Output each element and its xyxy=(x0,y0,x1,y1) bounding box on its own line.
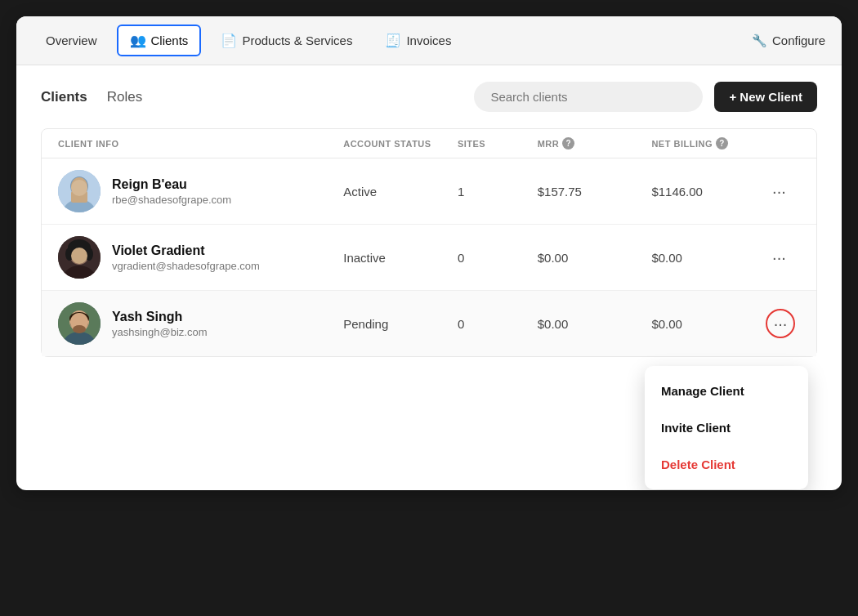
client-email-yash: yashsingh@biz.com xyxy=(112,326,208,338)
sites-yash: 0 xyxy=(458,317,538,331)
client-details-yash: Yash Singh yashsingh@biz.com xyxy=(112,310,208,338)
col-net-billing: NET BILLING ? xyxy=(651,137,766,150)
col-sites: SITES xyxy=(458,137,538,150)
clients-table: CLIENT INFO ACCOUNT STATUS SITES MRR ? N… xyxy=(41,128,817,357)
table-header: CLIENT INFO ACCOUNT STATUS SITES MRR ? N… xyxy=(42,129,816,158)
client-info-reign: Reign B'eau rbe@shadesofgrape.com xyxy=(58,170,343,212)
configure-label: Configure xyxy=(772,33,825,47)
client-name-violet: Violet Gradient xyxy=(112,243,260,258)
mrr-reign: $157.75 xyxy=(538,185,652,199)
client-name-reign: Reign B'eau xyxy=(112,177,231,192)
content-area: Clients Roles + New Client CLIENT INFO A… xyxy=(16,65,842,373)
dropdown-manage-client[interactable]: Manage Client xyxy=(645,373,808,409)
col-account-status: ACCOUNT STATUS xyxy=(343,137,458,150)
client-details-violet: Violet Gradient vgradient@shadesofgrape.… xyxy=(112,243,260,272)
dropdown-invite-client[interactable]: Invite Client xyxy=(645,409,808,446)
more-button-reign[interactable]: ··· xyxy=(766,179,793,204)
nav-item-products[interactable]: 📄 Products & Services xyxy=(208,25,365,56)
sub-nav-roles[interactable]: Roles xyxy=(107,83,155,112)
client-info-yash: Yash Singh yashsingh@biz.com xyxy=(58,302,343,345)
nav-label-products: Products & Services xyxy=(242,33,352,47)
client-email-violet: vgradient@shadesofgrape.com xyxy=(112,260,260,272)
nav-item-clients[interactable]: 👥 Clients xyxy=(117,25,202,56)
sub-nav-clients[interactable]: Clients xyxy=(41,83,101,112)
col-client-info: CLIENT INFO xyxy=(58,137,343,150)
nav-label-invoices: Invoices xyxy=(406,33,451,47)
configure-icon: 🔧 xyxy=(752,33,767,48)
mrr-violet: $0.00 xyxy=(538,251,652,265)
nav-label-overview: Overview xyxy=(46,33,97,47)
net-billing-reign: $1146.00 xyxy=(651,185,766,199)
actions-violet: ··· xyxy=(766,245,800,270)
status-violet: Inactive xyxy=(343,251,458,265)
actions-reign: ··· xyxy=(766,179,800,204)
svg-point-12 xyxy=(71,248,87,264)
client-info-violet: Violet Gradient vgradient@shadesofgrape.… xyxy=(58,236,343,279)
actions-yash: ··· Manage Client Invite Client Delete C… xyxy=(766,309,800,338)
table-row: Violet Gradient vgradient@shadesofgrape.… xyxy=(42,225,816,291)
nav-label-clients: Clients xyxy=(151,33,189,47)
net-billing-violet: $0.00 xyxy=(651,251,766,265)
avatar-violet xyxy=(58,236,101,279)
nav-item-invoices[interactable]: 🧾 Invoices xyxy=(372,25,464,56)
products-icon: 📄 xyxy=(221,33,237,48)
col-mrr: MRR ? xyxy=(538,137,652,150)
more-button-violet[interactable]: ··· xyxy=(766,245,793,270)
app-container: Overview 👥 Clients 📄 Products & Services… xyxy=(16,16,842,490)
status-yash: Pending xyxy=(343,317,458,331)
nav-item-overview[interactable]: Overview xyxy=(33,25,110,56)
clients-icon: 👥 xyxy=(130,33,146,48)
sub-nav: Clients Roles + New Client xyxy=(41,82,817,112)
sites-reign: 1 xyxy=(458,185,538,199)
client-name-yash: Yash Singh xyxy=(112,310,208,324)
search-input[interactable] xyxy=(474,82,703,112)
svg-point-5 xyxy=(71,180,87,196)
mrr-yash: $0.00 xyxy=(538,317,652,331)
new-client-label: + New Client xyxy=(729,90,802,104)
status-reign: Active xyxy=(343,185,458,199)
top-nav: Overview 👥 Clients 📄 Products & Services… xyxy=(16,16,842,65)
mrr-help-icon[interactable]: ? xyxy=(562,137,574,150)
invoices-icon: 🧾 xyxy=(385,33,401,48)
avatar-reign xyxy=(58,170,101,212)
table-row: Reign B'eau rbe@shadesofgrape.com Active… xyxy=(42,158,816,225)
configure-button[interactable]: 🔧 Configure xyxy=(752,33,825,48)
dropdown-delete-client[interactable]: Delete Client xyxy=(645,446,808,483)
client-details-reign: Reign B'eau rbe@shadesofgrape.com xyxy=(112,177,231,206)
client-email-reign: rbe@shadesofgrape.com xyxy=(112,194,231,206)
net-billing-help-icon[interactable]: ? xyxy=(716,137,728,150)
more-button-yash[interactable]: ··· xyxy=(766,309,795,338)
sites-violet: 0 xyxy=(458,251,538,265)
context-menu: Manage Client Invite Client Delete Clien… xyxy=(645,366,808,489)
avatar-yash xyxy=(58,302,101,345)
table-row: Yash Singh yashsingh@biz.com Pending 0 $… xyxy=(42,291,816,356)
net-billing-yash: $0.00 xyxy=(651,317,766,331)
col-actions xyxy=(766,137,800,150)
svg-point-21 xyxy=(73,325,86,333)
new-client-button[interactable]: + New Client xyxy=(714,82,817,112)
